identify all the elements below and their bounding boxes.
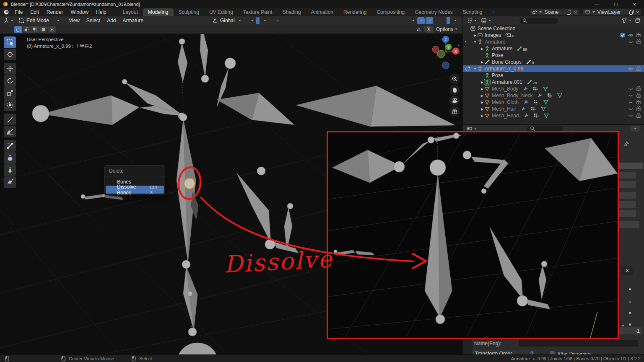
viewlayer-selector[interactable]: ViewLayer ✕ <box>583 9 641 16</box>
mirror-x-toggle[interactable]: X <box>424 26 434 33</box>
outliner-row-images[interactable]: ▶Images4 <box>463 32 644 39</box>
shading-material-icon[interactable] <box>447 17 450 24</box>
decorator-dot[interactable] <box>629 323 631 326</box>
snap-target-icon[interactable] <box>260 17 268 24</box>
outliner-row-scene-collection[interactable]: Scene Collection <box>463 25 644 32</box>
outliner-row-mesh-body[interactable]: ▶Mesh_Body <box>463 85 644 92</box>
outliner-row-mesh-head[interactable]: ▶Mesh_Head <box>463 112 644 119</box>
eyeclosed-icon[interactable] <box>628 39 634 45</box>
outliner-row-armature-001[interactable]: ▶Armature.00170 <box>463 79 644 85</box>
decorator-dot[interactable] <box>629 312 631 314</box>
eyeclosed-icon[interactable] <box>628 106 634 112</box>
pan-hand-icon[interactable] <box>449 85 460 95</box>
camera-icon[interactable] <box>636 99 641 105</box>
tab-rendering[interactable]: Rendering <box>338 8 371 16</box>
scene-selector[interactable]: Scene ✕ <box>530 9 579 16</box>
add-workspace-button[interactable]: + <box>488 8 499 16</box>
viewport-menu-add[interactable]: Add <box>104 18 119 23</box>
menu-item-dissolve-bones[interactable]: Dissolve Bones Ctrl X <box>106 186 164 194</box>
proportional-edit-icon[interactable] <box>269 17 272 24</box>
show-overlays-icon[interactable] <box>426 17 433 24</box>
magnet-icon[interactable] <box>256 17 260 24</box>
property-stub[interactable] <box>618 181 636 188</box>
zoom-icon[interactable] <box>449 74 460 84</box>
decorator-dot[interactable] <box>629 301 631 303</box>
tab-compositing[interactable]: Compositing <box>371 8 410 16</box>
properties-editor-icon[interactable] <box>467 126 473 132</box>
properties-options-chevron[interactable] <box>631 126 640 132</box>
name-eng-input[interactable] <box>519 340 638 346</box>
expand-toggle[interactable]: ▶ <box>480 94 484 98</box>
outliner-row-pose[interactable]: Pose <box>463 52 644 59</box>
remove-icon[interactable]: ✕ <box>636 10 639 15</box>
outliner-row-armature[interactable]: •▼Armature <box>463 39 644 45</box>
select-mode-set-icon[interactable] <box>14 26 22 33</box>
outliner-row-mesh-body-neck[interactable]: ▶Mesh_Body_Neck <box>463 92 644 99</box>
camera-view-icon[interactable] <box>449 96 460 106</box>
expand-toggle[interactable]: ▼ <box>473 67 477 71</box>
blender-menu-icon[interactable] <box>3 9 9 15</box>
orientation-dropdown[interactable]: Global <box>210 17 244 24</box>
select-mode-intersect-icon[interactable] <box>48 26 56 33</box>
maximize-button[interactable]: ▢ <box>606 0 625 8</box>
menu-window[interactable]: Window <box>67 9 92 15</box>
tool-measure-button[interactable] <box>4 126 16 137</box>
close-button[interactable]: ✕ <box>625 0 644 8</box>
select-mode-subtract-icon[interactable] <box>31 26 39 33</box>
viewport-menu-select[interactable]: Select <box>83 18 104 23</box>
outliner-row-armature[interactable]: ▶Armature99 <box>463 45 644 52</box>
expand-toggle[interactable]: ▶ <box>473 34 477 37</box>
editor-type-icon[interactable] <box>3 18 9 23</box>
camera-icon[interactable] <box>636 39 641 45</box>
property-stub[interactable] <box>618 221 639 228</box>
camera-icon[interactable] <box>636 93 641 98</box>
tool-scale-button[interactable] <box>4 87 16 99</box>
tab-modeling[interactable]: Modeling <box>143 8 174 16</box>
tab-geometry-nodes[interactable]: Geometry Nodes <box>410 8 458 16</box>
select-mode-extend-icon[interactable] <box>23 26 31 33</box>
menu-edit[interactable]: Edit <box>26 9 43 15</box>
outliner-row-mesh-hair[interactable]: ▶Mesh_Hair <box>463 106 644 112</box>
camera-icon[interactable] <box>636 66 641 72</box>
show-gizmo-icon[interactable] <box>417 17 425 24</box>
property-stub[interactable] <box>618 163 643 169</box>
tool-annotate-button[interactable] <box>4 114 16 125</box>
viewport-menu-armature[interactable]: Armature <box>119 18 147 23</box>
outliner-filter-image-icon[interactable] <box>481 18 487 23</box>
minimize-button[interactable]: — <box>587 0 606 8</box>
viewport-menu-view[interactable]: View <box>65 18 83 23</box>
expand-toggle[interactable]: ▶ <box>480 114 484 118</box>
tool-select-box-button[interactable] <box>4 36 16 48</box>
expand-toggle[interactable]: ▶ <box>480 47 484 51</box>
shading-wireframe-icon[interactable] <box>438 17 441 24</box>
toggle-xray-icon[interactable] <box>434 17 437 24</box>
expand-toggle[interactable]: ▶ <box>480 101 484 104</box>
pivot-point-icon[interactable] <box>248 17 255 24</box>
sidebar-toggle-icon[interactable]: ‹ <box>458 42 460 48</box>
menu-render[interactable]: Render <box>43 9 67 15</box>
eyeclosed-icon[interactable] <box>628 99 634 105</box>
outliner-display-mode-icon[interactable] <box>467 18 473 23</box>
property-stub[interactable] <box>618 210 636 217</box>
tab-texture-paint[interactable]: Texture Paint <box>238 8 278 16</box>
expand-toggle[interactable]: ▶ <box>480 107 484 111</box>
shading-rendered-icon[interactable] <box>451 17 458 24</box>
outliner-search-input[interactable] <box>519 18 558 24</box>
new-collection-icon[interactable] <box>635 18 641 23</box>
expand-toggle[interactable]: ▶ <box>480 60 484 64</box>
expand-toggle[interactable]: ▶ <box>480 80 484 84</box>
eye-icon[interactable] <box>628 66 634 72</box>
tool-rotate-button[interactable] <box>4 75 16 87</box>
eyeclosed-icon[interactable] <box>628 93 634 98</box>
camera-icon[interactable] <box>636 32 641 38</box>
camera-icon[interactable] <box>636 86 641 92</box>
outliner-row-bone-groups[interactable]: ▶Bone Groups8 <box>463 59 644 65</box>
tool-bone-envelope-button[interactable] <box>4 152 16 164</box>
outliner-row-mesh-cloth[interactable]: ▶Mesh_Cloth <box>463 99 644 106</box>
menu-file[interactable]: File <box>11 9 26 15</box>
pin-icon[interactable] <box>623 141 629 147</box>
tab-scripting[interactable]: Scripting <box>458 8 488 16</box>
falloff-icon[interactable] <box>273 17 280 24</box>
property-stub[interactable] <box>618 192 636 199</box>
outliner-row-pose[interactable]: Pose <box>463 72 644 79</box>
